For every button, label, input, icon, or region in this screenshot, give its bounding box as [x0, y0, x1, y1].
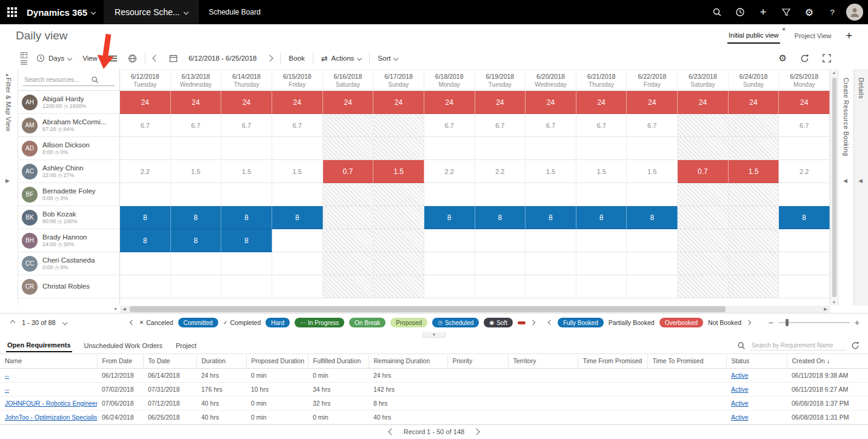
- booking-cell[interactable]: [627, 275, 678, 298]
- booking-cell[interactable]: [475, 137, 526, 160]
- booking-cell[interactable]: [627, 183, 678, 206]
- tab-open-requirements[interactable]: Open Requirements: [6, 339, 72, 352]
- board-mode-toggle[interactable]: [21, 52, 27, 65]
- resource-list-item[interactable]: CRChristal Robles: [18, 275, 119, 298]
- booking-cell[interactable]: [576, 275, 627, 298]
- booking-cell[interactable]: 24: [475, 91, 526, 114]
- requirement-row[interactable]: --06/12/201806/14/201824 hrs0 min0 min24…: [0, 369, 868, 383]
- booking-cell[interactable]: 1.5: [729, 160, 780, 183]
- booking-cell[interactable]: 24: [779, 91, 830, 114]
- booking-cell[interactable]: [171, 137, 222, 160]
- requirement-name-link[interactable]: --: [0, 369, 97, 383]
- requirement-status-link[interactable]: Active: [726, 411, 787, 424]
- booking-cell[interactable]: [221, 137, 272, 160]
- booking-cell[interactable]: 24: [171, 91, 222, 114]
- booking-cell[interactable]: [678, 275, 729, 298]
- scroll-left-icon[interactable]: ◀: [120, 307, 129, 312]
- booking-cell[interactable]: [627, 252, 678, 275]
- booking-cell[interactable]: 6.7: [576, 114, 627, 137]
- booking-cell[interactable]: 6.7: [627, 114, 678, 137]
- requirements-column-header[interactable]: Name: [0, 354, 97, 369]
- booking-cell[interactable]: 1.5: [272, 160, 323, 183]
- booking-cell[interactable]: 1.5: [627, 160, 678, 183]
- booking-cell[interactable]: 24: [526, 91, 576, 114]
- booking-cell[interactable]: [323, 275, 374, 298]
- add-board-tab-button[interactable]: +: [846, 30, 852, 41]
- booking-cell[interactable]: [120, 183, 171, 206]
- app-launcher-icon[interactable]: [0, 0, 24, 24]
- booking-cell[interactable]: [272, 229, 323, 252]
- filter-map-rail[interactable]: ▸ Filter & Map View ▶: [0, 69, 18, 306]
- booking-cell[interactable]: [424, 137, 475, 160]
- booking-cell[interactable]: 24: [576, 91, 627, 114]
- resource-page-up-icon[interactable]: [10, 320, 15, 325]
- requirements-column-header[interactable]: Fulfilled Duration: [308, 354, 369, 369]
- map-view-icon[interactable]: [122, 50, 142, 67]
- booking-cell[interactable]: [678, 137, 729, 160]
- requirements-column-header[interactable]: Remaining Duration: [369, 354, 447, 369]
- zoom-slider-handle[interactable]: [786, 319, 789, 326]
- sort-dropdown[interactable]: Sort: [372, 50, 403, 67]
- booking-cell[interactable]: [120, 252, 171, 275]
- booking-cell[interactable]: 24: [272, 91, 323, 114]
- booking-cell[interactable]: [526, 252, 576, 275]
- scroll-down-icon[interactable]: ▼: [830, 300, 838, 304]
- booking-cell[interactable]: [373, 229, 424, 252]
- booking-cell[interactable]: [475, 275, 526, 298]
- booking-cell[interactable]: [171, 183, 222, 206]
- resource-list-item[interactable]: BFBernadette Foley0:00 ◷ 0%: [18, 183, 119, 206]
- booking-cell[interactable]: [526, 275, 576, 298]
- booking-cell[interactable]: 1.5: [373, 160, 424, 183]
- booking-cell[interactable]: [729, 275, 780, 298]
- booking-cell[interactable]: 8: [120, 229, 171, 252]
- scroll-right-icon[interactable]: ▶: [821, 307, 830, 312]
- booking-cell[interactable]: 24: [729, 91, 780, 114]
- booking-cell[interactable]: 8: [475, 206, 526, 229]
- booking-cell[interactable]: [779, 137, 830, 160]
- collapse-bottom-panel-icon[interactable]: ▼: [422, 332, 446, 338]
- booking-cell[interactable]: 6.7: [120, 114, 171, 137]
- booking-cell[interactable]: [323, 252, 374, 275]
- previous-page-icon[interactable]: [388, 429, 395, 435]
- requirement-status-link[interactable]: Active: [726, 397, 787, 411]
- booking-cell[interactable]: [678, 183, 729, 206]
- refresh-icon[interactable]: [851, 341, 860, 350]
- horizontal-scroll-thumb[interactable]: [130, 306, 726, 312]
- booking-cell[interactable]: [475, 183, 526, 206]
- next-page-icon[interactable]: [473, 429, 479, 435]
- booking-cell[interactable]: [323, 229, 374, 252]
- booking-cell[interactable]: 1.5: [221, 160, 272, 183]
- open-filter-panel-icon[interactable]: ▶: [5, 178, 10, 184]
- list-view-toggle-icon[interactable]: [103, 50, 122, 67]
- booking-cell[interactable]: [171, 252, 222, 275]
- booking-cell[interactable]: [779, 252, 830, 275]
- booking-cell[interactable]: [424, 183, 475, 206]
- resource-list-item[interactable]: BKBob Kozak80:00 ◷ 100%: [18, 206, 119, 229]
- booking-cell[interactable]: [729, 229, 780, 252]
- booking-cell[interactable]: 1.5: [526, 160, 576, 183]
- booking-cell[interactable]: [576, 137, 627, 160]
- booking-cell[interactable]: 1.5: [576, 160, 627, 183]
- requirements-column-header[interactable]: Duration: [196, 354, 246, 369]
- requirements-column-header[interactable]: Proposed Duration: [246, 354, 308, 369]
- booking-cell[interactable]: 24: [373, 91, 424, 114]
- booking-cell[interactable]: 24: [678, 91, 729, 114]
- booking-cell[interactable]: [779, 229, 830, 252]
- booking-cell[interactable]: 6.7: [424, 114, 475, 137]
- app-selector[interactable]: Resource Sche...: [104, 0, 199, 24]
- resource-list-item[interactable]: ADAllison Dickson0:00 ◷ 0%: [18, 137, 119, 160]
- expand-filter-panel-icon[interactable]: ▸: [6, 72, 9, 78]
- requirement-status-link[interactable]: Active: [726, 369, 787, 383]
- booking-cell[interactable]: [272, 275, 323, 298]
- requirement-row[interactable]: JOHNFOUR - Robotics Engineer07/06/201807…: [0, 397, 868, 411]
- booking-cell[interactable]: [475, 229, 526, 252]
- booking-cell[interactable]: [526, 229, 576, 252]
- create-resource-booking-rail[interactable]: Create Resource Booking ◀: [838, 69, 853, 306]
- booking-cell[interactable]: 6.7: [221, 114, 272, 137]
- booking-cell[interactable]: [373, 252, 424, 275]
- requirements-column-header[interactable]: Time From Promised: [578, 354, 647, 369]
- booking-cell[interactable]: 24: [221, 91, 272, 114]
- booking-cell[interactable]: [221, 275, 272, 298]
- view-label[interactable]: View: [77, 50, 103, 67]
- booking-cell[interactable]: [678, 206, 729, 229]
